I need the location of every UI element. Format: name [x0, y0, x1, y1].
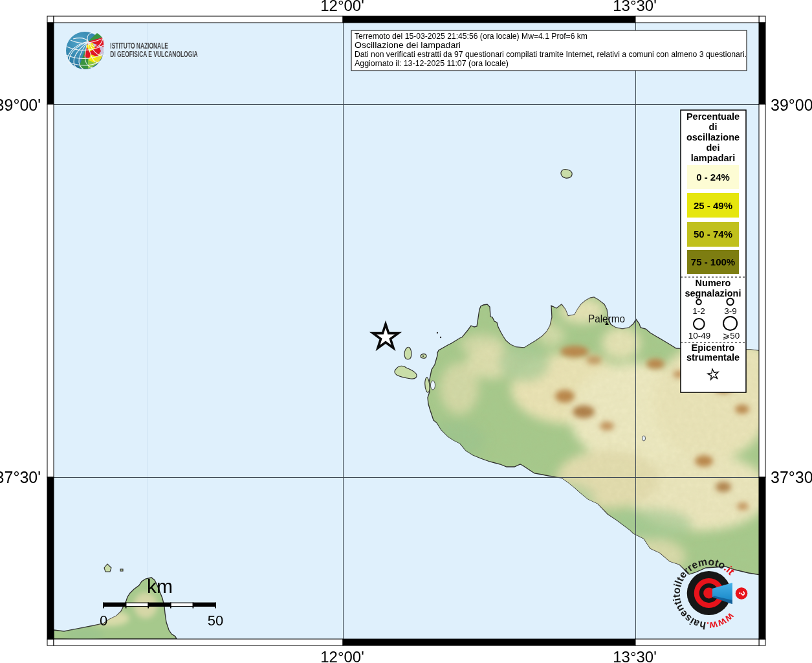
svg-text:Oscillazione dei lampadari: Oscillazione dei lampadari: [355, 40, 461, 50]
svg-text:37°30': 37°30': [0, 468, 41, 486]
svg-text:Aggiornato il: 13-12-2025 11:0: Aggiornato il: 13-12-2025 11:07 (ora loc…: [355, 58, 509, 68]
svg-text:oscillazione: oscillazione: [686, 132, 740, 142]
svg-text:10-49: 10-49: [688, 331, 711, 341]
svg-text:Dati non verificati estratti d: Dati non verificati estratti da 97 quest…: [355, 49, 747, 59]
svg-text:37°30': 37°30': [771, 468, 812, 486]
svg-text:DI GEOFISICA E VULCANOLOGIA: DI GEOFISICA E VULCANOLOGIA: [110, 49, 197, 59]
svg-text:50 - 74%: 50 - 74%: [694, 229, 732, 240]
svg-text:Percentuale: Percentuale: [686, 111, 740, 122]
svg-text:13°30': 13°30': [613, 648, 657, 663]
svg-text:lampadari: lampadari: [691, 153, 736, 163]
svg-text:Terremoto del 15-03-2025 21:45: Terremoto del 15-03-2025 21:45:56 (ora l…: [355, 31, 587, 41]
svg-text:segnalazioni: segnalazioni: [685, 288, 741, 298]
svg-text:Numero: Numero: [696, 278, 731, 288]
svg-text:⩾50: ⩾50: [723, 331, 740, 341]
svg-text:12°00': 12°00': [320, 648, 364, 663]
svg-text:13°30': 13°30': [613, 0, 657, 14]
svg-text:0 - 24%: 0 - 24%: [696, 172, 730, 183]
svg-text:km: km: [147, 576, 173, 597]
svg-text:1-2: 1-2: [692, 306, 705, 316]
svg-text:39°00': 39°00': [0, 96, 41, 114]
svg-text:0: 0: [100, 612, 107, 629]
svg-text:Epicentro: Epicentro: [692, 343, 735, 353]
svg-text:39°00': 39°00': [771, 96, 812, 114]
svg-text:75 - 100%: 75 - 100%: [691, 256, 735, 267]
svg-text:50: 50: [208, 612, 223, 629]
svg-text:dei: dei: [707, 142, 720, 153]
svg-text:di: di: [709, 122, 718, 132]
svg-text:Palermo: Palermo: [588, 313, 625, 324]
svg-text:strumentale: strumentale: [686, 352, 740, 363]
svg-text:?: ?: [737, 591, 747, 596]
svg-text:3-9: 3-9: [724, 306, 737, 316]
svg-text:25 - 49%: 25 - 49%: [694, 200, 732, 211]
svg-text:12°00': 12°00': [320, 0, 364, 14]
